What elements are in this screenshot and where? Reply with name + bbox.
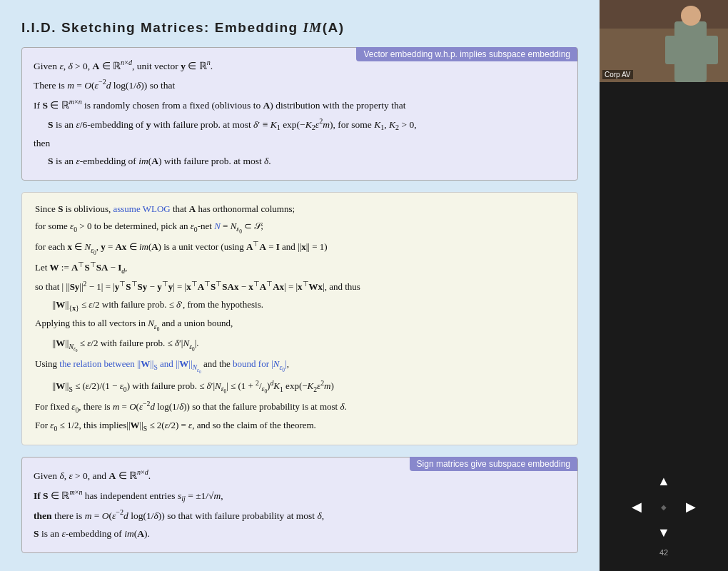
- svg-rect-3: [674, 21, 707, 82]
- nav-center-button[interactable]: ◆: [654, 497, 674, 517]
- corp-av-label: Corp AV: [602, 70, 633, 79]
- video-thumbnail: Corp AV: [600, 0, 728, 82]
- top-theorem-label: Vector embedding w.h.p. implies subspace…: [356, 47, 577, 61]
- and-text: and: [162, 318, 176, 328]
- svg-rect-5: [665, 36, 676, 64]
- svg-point-4: [681, 6, 701, 26]
- nav-right-button[interactable]: ▶: [681, 497, 701, 517]
- svg-rect-6: [705, 36, 718, 64]
- bottom-theorem-box: Sign matrices give subspace embedding Gi…: [21, 457, 578, 552]
- sidebar: Corp AV ▲ ◀ ◆ ▶ ▼ 42: [600, 0, 728, 571]
- slide-title: I.I.D. Sketching Matrices: Embedding im(…: [21, 20, 578, 36]
- nav-up-button[interactable]: ▲: [654, 471, 674, 491]
- slide-number: 42: [659, 548, 668, 557]
- main-slide: I.I.D. Sketching Matrices: Embedding im(…: [0, 0, 600, 571]
- nav-down-button[interactable]: ▼: [654, 522, 674, 542]
- nav-left-button[interactable]: ◀: [627, 497, 647, 517]
- proof-box: Since S is oblivious, assume WLOG that A…: [21, 192, 578, 446]
- nav-controls: ▲ ◀ ◆ ▶ ▼ 42: [627, 471, 701, 557]
- bottom-theorem-label: Sign matrices give subspace embedding: [410, 457, 577, 471]
- top-theorem-box: Vector embedding w.h.p. implies subspace…: [21, 47, 578, 181]
